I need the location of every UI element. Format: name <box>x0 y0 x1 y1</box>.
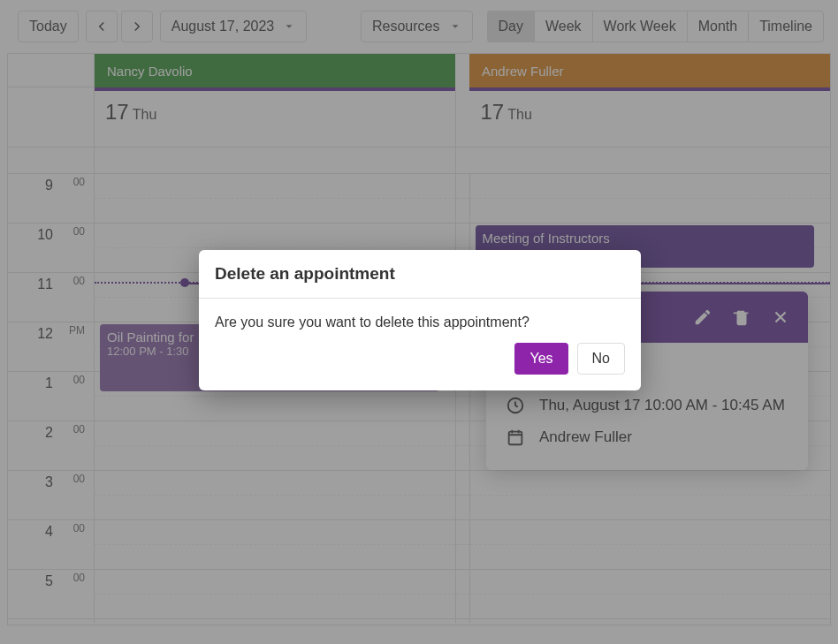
app-root: { "toolbar": { "today_label": "Today", "… <box>0 0 838 644</box>
dialog-title: Delete an appointment <box>199 250 641 299</box>
confirm-yes-button[interactable]: Yes <box>514 343 568 375</box>
confirm-no-button[interactable]: No <box>577 343 625 375</box>
dialog-message: Are you sure you want to delete this app… <box>199 299 641 343</box>
delete-confirm-dialog: Delete an appointment Are you sure you w… <box>199 250 641 390</box>
dialog-actions: Yes No <box>199 343 641 390</box>
